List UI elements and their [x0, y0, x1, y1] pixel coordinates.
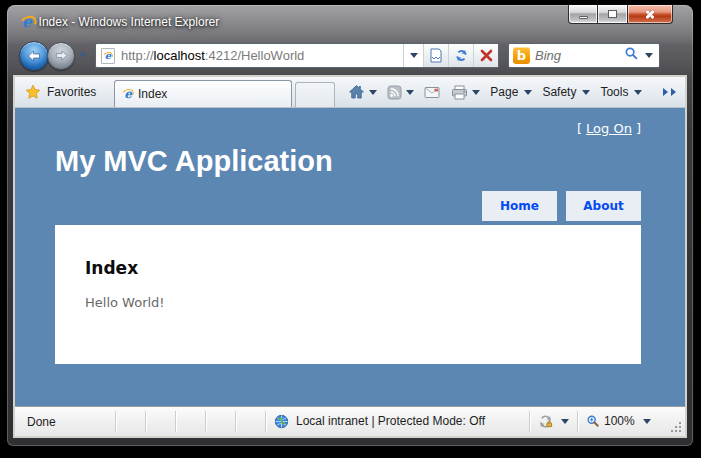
zone-text: Local intranet | Protected Mode: Off	[296, 414, 485, 428]
new-tab-button[interactable]	[295, 82, 335, 107]
forward-button[interactable]	[47, 42, 75, 70]
status-pane	[115, 411, 145, 431]
title-bar: e Index - Windows Internet Explorer	[7, 5, 693, 38]
site-title: My MVC Application	[55, 145, 685, 178]
status-pane	[205, 411, 235, 431]
status-pane	[175, 411, 205, 431]
command-buttons: Page Safety Tools	[343, 77, 647, 107]
zoom-control[interactable]: 100%	[577, 411, 669, 431]
site-menu: Home About	[15, 191, 641, 221]
tab-title: Index	[138, 87, 167, 101]
bing-logo-icon: b	[513, 47, 530, 64]
stop-x-icon	[480, 49, 493, 62]
page-menu-button[interactable]: Page	[485, 77, 537, 107]
search-icon[interactable]	[624, 46, 639, 65]
page-menu-label: Page	[490, 85, 518, 99]
compatibility-view-button[interactable]	[423, 44, 448, 67]
mail-icon	[424, 86, 441, 99]
grip-dot	[675, 430, 677, 432]
navigation-bar: e http://localhost:4212/HelloWorld b	[7, 38, 693, 75]
chevron-down-icon	[410, 53, 418, 62]
chevron-down-icon	[643, 419, 651, 428]
smartscreen-filter-button[interactable]	[529, 411, 577, 431]
favorites-button[interactable]: Favorites	[15, 77, 108, 107]
ie-logo-icon: e	[22, 13, 32, 31]
chevron-right-icon	[671, 88, 680, 96]
home-button[interactable]	[343, 77, 382, 107]
tools-menu-button[interactable]: Tools	[595, 77, 647, 107]
chevron-down-icon	[561, 419, 569, 428]
chevron-down-icon	[406, 90, 414, 99]
menu-tab-about[interactable]: About	[566, 191, 641, 221]
client-area: Favorites e Index	[13, 75, 687, 438]
smartscreen-icon	[538, 414, 553, 429]
window-title: Index - Windows Internet Explorer	[39, 15, 220, 29]
back-arrow-icon	[26, 48, 42, 64]
minimize-icon	[579, 16, 588, 19]
star-icon	[25, 84, 41, 100]
compatibility-page-icon	[429, 48, 443, 63]
minimize-button[interactable]	[568, 5, 598, 24]
globe-icon	[274, 414, 289, 429]
grip-dot	[675, 426, 677, 428]
menu-tab-home[interactable]: Home	[482, 191, 557, 221]
print-button[interactable]	[446, 77, 485, 107]
url-path: :4212/HelloWorld	[205, 48, 304, 63]
search-box[interactable]: b	[508, 43, 660, 68]
zoom-magnifier-icon	[586, 414, 600, 428]
close-icon	[644, 8, 656, 20]
grip-dot	[671, 430, 673, 432]
address-dropdown-button[interactable]	[403, 44, 423, 67]
grip-dot	[679, 430, 681, 432]
safety-menu-button[interactable]: Safety	[537, 77, 595, 107]
status-text: Done	[15, 415, 115, 429]
main-content: Index Hello World!	[55, 225, 641, 364]
tab-index[interactable]: e Index	[114, 80, 292, 107]
resize-grip[interactable]	[669, 407, 685, 436]
restore-icon	[608, 10, 617, 18]
address-bar[interactable]: e http://localhost:4212/HelloWorld	[95, 43, 499, 68]
browser-window: e Index - Windows Internet Explorer e ht…	[7, 5, 693, 446]
refresh-button[interactable]	[448, 44, 473, 67]
chevron-down-icon	[582, 90, 590, 99]
stop-button[interactable]	[473, 44, 498, 67]
read-mail-button[interactable]	[419, 77, 446, 107]
printer-icon	[451, 85, 468, 100]
command-bar: Favorites e Index	[15, 77, 685, 108]
url-text[interactable]: http://localhost:4212/HelloWorld	[121, 48, 403, 63]
home-icon	[348, 84, 365, 100]
chevron-down-icon	[369, 90, 377, 99]
logon-area: [Log On]	[15, 108, 685, 136]
feeds-button[interactable]	[382, 77, 419, 107]
page-body-text: Hello World!	[85, 295, 641, 310]
page-favicon: e	[101, 48, 115, 64]
command-bar-spacer	[647, 77, 663, 107]
page-viewport: [Log On] My MVC Application Home About I…	[15, 108, 685, 406]
search-options-dropdown[interactable]	[645, 53, 653, 62]
chevron-down-icon	[472, 90, 480, 99]
grip-dot	[679, 426, 681, 428]
close-button[interactable]	[628, 5, 673, 24]
refresh-icon	[454, 48, 469, 63]
logon-bracket-close: ]	[636, 121, 641, 136]
back-button[interactable]	[19, 41, 49, 71]
caption-buttons	[568, 5, 673, 24]
logon-bracket-open: [	[577, 121, 582, 136]
status-pane	[145, 411, 175, 431]
chevron-down-icon	[524, 90, 532, 99]
favorites-label: Favorites	[47, 85, 96, 99]
page-heading: Index	[85, 258, 641, 278]
status-pane	[235, 411, 265, 431]
zoom-level: 100%	[604, 414, 635, 428]
search-input[interactable]	[535, 48, 622, 63]
recent-pages-dropdown[interactable]	[79, 53, 87, 62]
safety-menu-label: Safety	[542, 85, 576, 99]
grip-dot	[679, 422, 681, 424]
status-bar: Done Local intranet | Protected Mode: Of…	[15, 406, 685, 436]
log-on-link[interactable]: Log On	[586, 121, 632, 136]
security-zone: Local intranet | Protected Mode: Off	[265, 411, 529, 431]
restore-button[interactable]	[598, 5, 628, 24]
tab-favicon-icon: e	[124, 88, 132, 100]
url-domain: localhost	[154, 48, 205, 63]
toolbar-overflow-button[interactable]	[663, 77, 679, 107]
